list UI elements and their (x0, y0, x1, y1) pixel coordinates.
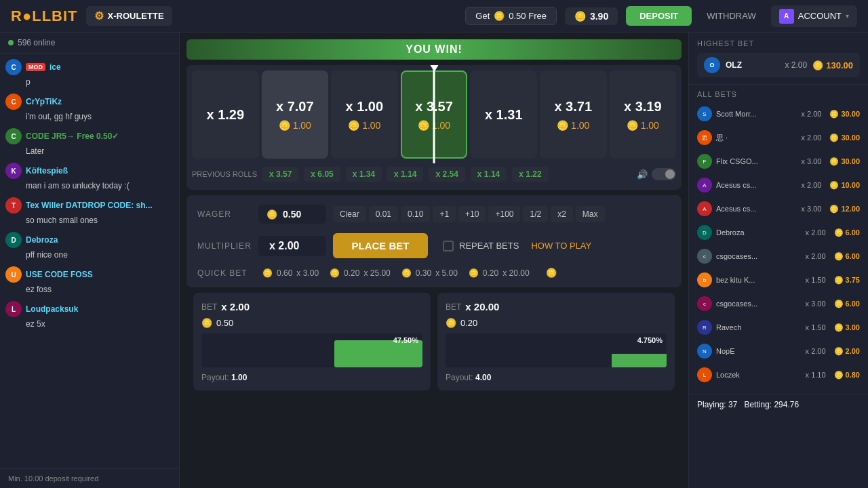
hb-amount-value: 130.00 (826, 60, 853, 70)
player-amount: 🪙2.00 (834, 347, 860, 356)
prev-roll-2: x 6.05 (304, 167, 340, 182)
bet-payout: Payout: 1.00 (201, 373, 422, 382)
previous-rolls-label: PREVIOUS ROLLS (192, 170, 257, 178)
prev-roll-7: x 1.22 (512, 167, 548, 182)
wager-btn-half[interactable]: 1/2 (523, 206, 548, 222)
chat-username: Debroza (26, 235, 58, 245)
how-to-play-link[interactable]: HOW TO PLAY (531, 241, 591, 251)
add-quick-bet-icon[interactable]: 🪙 (546, 268, 557, 278)
player-name: NopE (716, 347, 802, 355)
table-row: R Ravech x 1.50 🪙3.00 (697, 317, 860, 338)
table-row: L Loczek x 1.10 🪙0.80 (697, 365, 860, 386)
account-label: ACCOUNT (798, 11, 842, 21)
avatar: F (697, 154, 712, 169)
chat-username: Tex Willer DATDROP CODE: sh... (26, 201, 153, 210)
bet-payout-2: Payout: 4.00 (446, 373, 667, 382)
bet-card-amount: 🪙 0.50 (201, 318, 422, 328)
quick-bet-4[interactable]: 🪙 0.20 x 20.00 (469, 268, 530, 278)
min-deposit-text: Min. 10.00 deposit required (8, 474, 98, 483)
bet-percentage: 47.50% (393, 336, 418, 344)
bet-tag: BET (446, 302, 461, 312)
bet-multiplier: x 2.00 (221, 301, 250, 312)
chat-user-row: L Loudpacksuk (5, 301, 174, 317)
bet-bar (334, 340, 422, 367)
sound-toggle[interactable]: 🔊 (637, 168, 676, 180)
betting-value: 294.76 (774, 400, 799, 409)
account-button[interactable]: A ACCOUNT ▾ (771, 5, 857, 27)
multiplier-label: MULTIPLIER (197, 241, 252, 251)
quick-bet-1[interactable]: 🪙 0.60 x 3.00 (262, 268, 319, 278)
player-mult: x 2.00 (802, 181, 822, 189)
wager-label: WAGER (197, 209, 252, 219)
wager-btn-plus100[interactable]: +100 (488, 206, 520, 222)
table-row: b bez kitu K... x 1.50 🪙3.75 (697, 270, 860, 291)
bet-multiplier: x 20.00 (465, 301, 499, 312)
online-count: 596 online (18, 38, 55, 47)
wager-row: WAGER 🪙 0.50 Clear 0.01 0.10 +1 +10 +100… (197, 205, 671, 224)
chat-username: USE CODE FOSS (26, 270, 93, 279)
bet-card-1: BET x 2.00 🪙 0.50 47.50% Payout: 1.00 (193, 293, 431, 390)
slot-multiplier: x 1.29 (206, 107, 244, 123)
avatar: U (5, 266, 22, 283)
game-tab[interactable]: ⚙ X-ROULETTE (86, 6, 172, 26)
wager-btn-010[interactable]: 0.10 (401, 206, 430, 222)
wager-btn-x2[interactable]: x2 (551, 206, 573, 222)
bet-card-amount: 🪙 0.20 (446, 318, 667, 328)
mod-badge: MOD (26, 63, 45, 71)
all-bets-label: ALL BETS (697, 90, 860, 98)
coin-icon: 🪙 (201, 318, 212, 328)
avatar: D (5, 232, 22, 248)
player-amount: 🪙3.00 (834, 323, 860, 332)
player-name: Acesus cs... (716, 205, 797, 213)
coin-icon: 🪙 (469, 268, 479, 278)
withdraw-button[interactable]: WITHDRAW (700, 11, 762, 21)
multiplier-input[interactable]: x 2.00 (258, 236, 326, 256)
bet-bar-container: 47.50% (201, 333, 422, 367)
deposit-button[interactable]: DEPOSIT (626, 6, 692, 26)
bet-bar-2 (612, 354, 667, 367)
repeat-bets-checkbox[interactable] (443, 241, 454, 251)
player-mult: x 2.00 (806, 228, 826, 237)
repeat-bets-label: REPEAT BETS (459, 241, 519, 251)
quick-bet-3[interactable]: 🪙 0.30 x 5.00 (401, 268, 458, 278)
player-name: Acesus cs... (716, 181, 797, 189)
game-tab-label: X-ROULETTE (108, 11, 164, 21)
wager-btn-clear[interactable]: Clear (333, 206, 366, 222)
coin-icon: 🪙 (494, 11, 505, 21)
table-row: F Flix CSGO... x 3.00 🪙30.00 (697, 151, 860, 172)
prev-roll-1: x 3.57 (262, 167, 298, 182)
highest-bet-name: OLZ (726, 60, 780, 70)
wager-input[interactable]: 🪙 0.50 (258, 205, 326, 224)
player-name: 思 · (716, 133, 797, 143)
roulette-slots: x 1.29 x 7.07 🪙1.00 x 1.00 🪙1.00 x 3.57 … (192, 70, 676, 159)
betting-label: Betting: 294.76 (744, 400, 799, 409)
highest-bet-label: HIGHEST BET (697, 39, 860, 47)
avatar: R (697, 320, 712, 335)
table-row: c csgocases... x 2.00 🪙6.00 (697, 246, 860, 267)
player-amount: 🪙3.75 (834, 276, 860, 285)
wager-btn-001[interactable]: 0.01 (369, 206, 398, 222)
player-amount: 🪙6.00 (834, 228, 860, 237)
place-bet-button[interactable]: PLACE BET (333, 233, 428, 258)
wager-btn-plus1[interactable]: +1 (433, 206, 456, 222)
player-name: bez kitu K... (716, 276, 802, 284)
wager-btn-plus10[interactable]: +10 (458, 206, 486, 222)
bet-cards: BET x 2.00 🪙 0.50 47.50% Payout: 1.00 (186, 293, 682, 397)
free-btn[interactable]: Get 🪙 0.50 Free (465, 7, 557, 25)
wager-buttons: Clear 0.01 0.10 +1 +10 +100 1/2 x2 Max (333, 206, 605, 222)
qb-mult-4: x 20.00 (502, 268, 529, 278)
quick-bet-2[interactable]: 🪙 0.20 x 25.00 (330, 268, 391, 278)
player-amount: 🪙30.00 (829, 110, 860, 119)
wager-btn-max[interactable]: Max (576, 206, 605, 222)
toggle-thumb (665, 169, 675, 179)
slot-multiplier: x 1.00 (345, 99, 383, 115)
chat-sidebar: 596 online C MOD ice p C CrYpTiKz i'm ou… (0, 33, 180, 488)
repeat-bets-section: REPEAT BETS HOW TO PLAY (443, 241, 591, 251)
toggle-track[interactable] (652, 168, 676, 180)
table-row: D Debroza x 2.00 🪙6.00 (697, 222, 860, 243)
list-item: T Tex Willer DATDROP CODE: sh... so much… (5, 197, 174, 225)
all-bets-section: ALL BETS S Scott Morr... x 2.00 🪙30.00 思… (689, 85, 868, 394)
table-row: S Scott Morr... x 2.00 🪙30.00 (697, 104, 860, 125)
speaker-icon: 🔊 (637, 169, 648, 180)
qb-amount-4: 0.20 (483, 268, 498, 278)
